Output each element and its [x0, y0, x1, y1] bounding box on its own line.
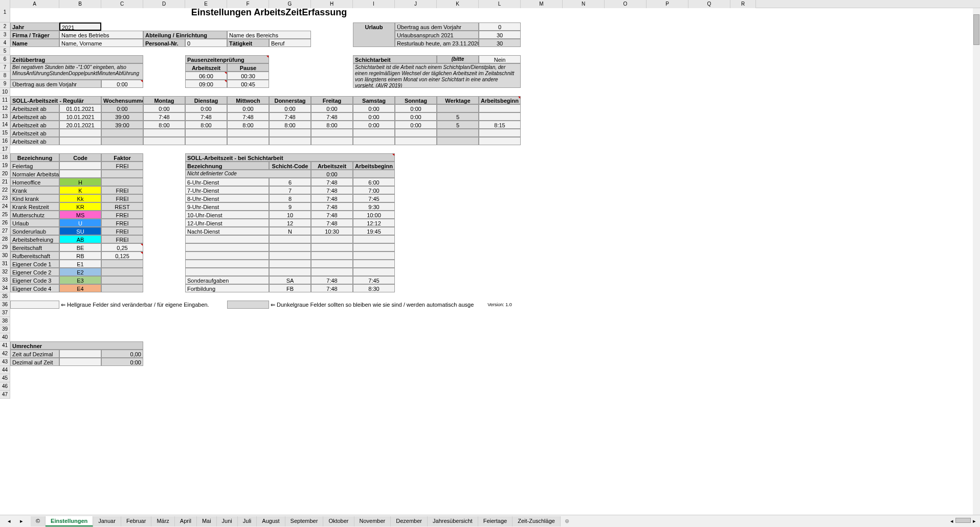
col-header-N[interactable]: N: [563, 0, 605, 8]
sschicht-az-2[interactable]: 7:48: [311, 194, 353, 202]
col-header-P[interactable]: P: [647, 0, 688, 8]
row-header-44[interactable]: 44: [0, 366, 10, 374]
code-code-14[interactable]: E3: [59, 276, 101, 284]
sschicht-empty-s-30[interactable]: [353, 251, 395, 260]
row-header-23[interactable]: 23: [0, 194, 10, 202]
sschicht-code-2[interactable]: 8: [269, 194, 311, 202]
col-header-B[interactable]: B: [59, 0, 101, 8]
sschicht-ab-4[interactable]: 10:00: [353, 211, 395, 219]
umr-r2-input[interactable]: [59, 358, 101, 366]
urlaub-r2-value[interactable]: 30: [479, 31, 521, 39]
row-header-4[interactable]: 4: [0, 39, 10, 47]
row-header-9[interactable]: 9: [0, 80, 10, 88]
sheet-tab-februar[interactable]: Februar: [121, 516, 152, 526]
row-header-43[interactable]: 43: [0, 358, 10, 366]
col-header-F[interactable]: F: [227, 0, 269, 8]
soll-v-1-1[interactable]: 7:48: [185, 112, 227, 121]
col-header-K[interactable]: K: [437, 0, 479, 8]
row-header-19[interactable]: 19: [0, 162, 10, 170]
row-header-36[interactable]: 36: [0, 301, 10, 309]
soll-date-4[interactable]: [59, 137, 101, 145]
row-header-29[interactable]: 29: [0, 243, 10, 251]
row-header-47[interactable]: 47: [0, 391, 10, 399]
sheet-tab-juli[interactable]: Juli: [238, 516, 257, 526]
sschicht-ab-2[interactable]: 7:45: [353, 194, 395, 202]
add-sheet-button[interactable]: ⊕: [561, 516, 573, 526]
row-header-46[interactable]: 46: [0, 382, 10, 391]
sheet-tab-jahresübersicht[interactable]: Jahresübersicht: [428, 516, 478, 526]
row-header-33[interactable]: 33: [0, 276, 10, 284]
soll-v-0-2[interactable]: 0:00: [227, 104, 269, 112]
sschicht-ab-1[interactable]: 7:00: [353, 186, 395, 194]
soll-v-1-2[interactable]: 7:48: [227, 112, 269, 121]
sschicht-code-1[interactable]: 7: [269, 186, 311, 194]
sschicht-ex-bez-0[interactable]: Sonderaufgaben: [185, 276, 269, 284]
row-header-6[interactable]: 6: [0, 55, 10, 63]
soll-v-3-4[interactable]: [311, 129, 353, 137]
code-code-13[interactable]: E2: [59, 268, 101, 276]
sschicht-empty-a-28[interactable]: [311, 235, 353, 243]
soll-ab-2[interactable]: 8:15: [479, 121, 521, 129]
sschicht-empty-c-32[interactable]: [269, 268, 311, 276]
col-header-H[interactable]: H: [311, 0, 353, 8]
soll-v-0-0[interactable]: 0:00: [143, 104, 185, 112]
code-faktor-10[interactable]: 0,25: [101, 243, 143, 251]
input-personalnr[interactable]: 0: [185, 39, 227, 47]
sschicht-empty-b-30[interactable]: [185, 251, 269, 260]
soll-v-2-1[interactable]: 8:00: [185, 121, 227, 129]
code-code-2[interactable]: H: [59, 178, 101, 186]
soll-v-3-5[interactable]: [353, 129, 395, 137]
zeitub-row-value[interactable]: 0:00: [101, 80, 143, 88]
code-code-1[interactable]: [59, 170, 101, 178]
soll-v-0-4[interactable]: 0:00: [311, 104, 353, 112]
col-header-M[interactable]: M: [521, 0, 563, 8]
soll-ab-4[interactable]: [479, 137, 521, 145]
sschicht-bez-5[interactable]: 12-Uhr-Dienst: [185, 219, 269, 227]
row-header-38[interactable]: 38: [0, 317, 10, 325]
soll-v-2-0[interactable]: 8:00: [143, 121, 185, 129]
sheet-tab-märz[interactable]: März: [151, 516, 174, 526]
sheet-tab-einstellungen[interactable]: Einstellungen: [46, 516, 93, 526]
soll-v-2-6[interactable]: 0:00: [395, 121, 437, 129]
code-code-7[interactable]: U: [59, 219, 101, 227]
hscroll-thumb[interactable]: [955, 518, 971, 523]
schicht-value[interactable]: Nein: [479, 55, 521, 63]
label-abteilung[interactable]: Abteilung / Einrichtung: [143, 31, 227, 39]
sschicht-bez-4[interactable]: 10-Uhr-Dienst: [185, 211, 269, 219]
row-header-3[interactable]: 3: [0, 31, 10, 39]
soll-v-1-4[interactable]: 7:48: [311, 112, 353, 121]
sschicht-empty-c-29[interactable]: [269, 243, 311, 251]
sschicht-ab-0[interactable]: 6:00: [353, 178, 395, 186]
sschicht-empty-b-31[interactable]: [185, 260, 269, 268]
col-header-Q[interactable]: Q: [688, 0, 730, 8]
code-code-4[interactable]: Kk: [59, 194, 101, 202]
sschicht-empty-b-28[interactable]: [185, 235, 269, 243]
col-header-L[interactable]: L: [479, 0, 521, 8]
sschicht-empty-s-28[interactable]: [353, 235, 395, 243]
row-header-8[interactable]: 8: [0, 72, 10, 80]
code-code-9[interactable]: AB: [59, 235, 101, 243]
sschicht-bez-1[interactable]: 7-Uhr-Dienst: [185, 186, 269, 194]
row-header-7[interactable]: 7: [0, 63, 10, 72]
soll-v-1-6[interactable]: 0:00: [395, 112, 437, 121]
soll-ab-1[interactable]: [479, 112, 521, 121]
input-abteilung[interactable]: Name des Bereichs: [227, 31, 311, 39]
label-personalnr[interactable]: Personal-Nr.: [143, 39, 185, 47]
row-header-35[interactable]: 35: [0, 292, 10, 301]
soll-date-3[interactable]: [59, 129, 101, 137]
soll-v-1-0[interactable]: 7:48: [143, 112, 185, 121]
code-faktor-11[interactable]: 0,125: [101, 251, 143, 260]
sschicht-empty-c-30[interactable]: [269, 251, 311, 260]
row-header-20[interactable]: 20: [0, 170, 10, 178]
col-header-G[interactable]: G: [269, 0, 311, 8]
input-jahr[interactable]: 2021: [59, 22, 101, 31]
umr-r1-input[interactable]: [59, 350, 101, 358]
tab-prev-icon[interactable]: ▸: [20, 518, 23, 524]
sschicht-empty-a-30[interactable]: [311, 251, 353, 260]
input-firma[interactable]: Name des Betriebs: [59, 31, 143, 39]
col-header-C[interactable]: C: [101, 0, 143, 8]
sschicht-empty-c-31[interactable]: [269, 260, 311, 268]
soll-ab-0[interactable]: [479, 104, 521, 112]
sheet-tab-april[interactable]: April: [175, 516, 197, 526]
sschicht-empty-c-28[interactable]: [269, 235, 311, 243]
